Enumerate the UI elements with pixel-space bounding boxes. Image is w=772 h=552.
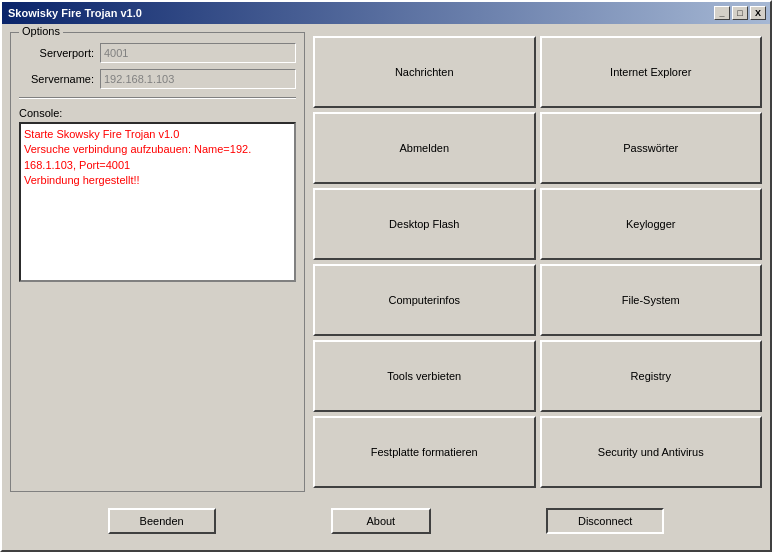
main-window: Skowisky Fire Trojan v1.0 _ □ X Options … [0,0,772,552]
serverport-row: Serverport: [19,43,296,63]
maximize-button[interactable]: □ [732,6,748,20]
console-text: Starte Skowsky Fire Trojan v1.0Versuche … [24,127,291,189]
serverport-label: Serverport: [19,47,94,59]
buttons-panel: Nachrichten Internet Explorer Abmelden P… [313,32,762,492]
window-title: Skowisky Fire Trojan v1.0 [8,7,142,19]
disconnect-button[interactable]: Disconnect [546,508,664,534]
abmelden-button[interactable]: Abmelden [313,112,536,184]
options-group: Options Serverport: Servername: Console:… [10,32,305,492]
serverport-input[interactable] [100,43,296,63]
servername-input[interactable] [100,69,296,89]
beenden-button[interactable]: Beenden [108,508,216,534]
about-button[interactable]: About [331,508,431,534]
title-bar: Skowisky Fire Trojan v1.0 _ □ X [2,2,770,24]
console-area: Starte Skowsky Fire Trojan v1.0Versuche … [19,122,296,282]
content-area: Options Serverport: Servername: Console:… [2,24,770,550]
security-antivirus-button[interactable]: Security und Antivirus [540,416,763,488]
minimize-button[interactable]: _ [714,6,730,20]
computerinfos-button[interactable]: Computerinfos [313,264,536,336]
desktop-flash-button[interactable]: Desktop Flash [313,188,536,260]
title-bar-controls: _ □ X [714,6,766,20]
keylogger-button[interactable]: Keylogger [540,188,763,260]
bottom-bar: Beenden About Disconnect [10,500,762,542]
festplatte-formatieren-button[interactable]: Festplatte formatieren [313,416,536,488]
registry-button[interactable]: Registry [540,340,763,412]
servername-row: Servername: [19,69,296,89]
passworter-button[interactable]: Passwörter [540,112,763,184]
nachrichten-button[interactable]: Nachrichten [313,36,536,108]
file-system-button[interactable]: File-System [540,264,763,336]
close-button[interactable]: X [750,6,766,20]
internet-explorer-button[interactable]: Internet Explorer [540,36,763,108]
tools-verbieten-button[interactable]: Tools verbieten [313,340,536,412]
servername-label: Servername: [19,73,94,85]
options-group-label: Options [19,25,63,37]
separator [19,97,296,99]
console-label: Console: [19,107,296,119]
top-section: Options Serverport: Servername: Console:… [10,32,762,492]
